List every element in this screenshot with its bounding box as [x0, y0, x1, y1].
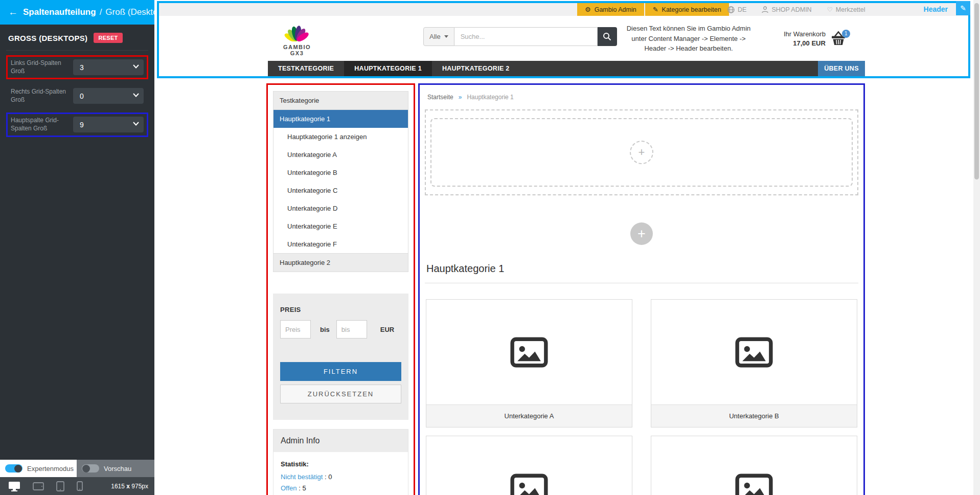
- nav-item-hauptkategorie-1[interactable]: HAUPTKATEGORIE 1: [344, 61, 432, 76]
- header-zone-label: Header: [924, 5, 948, 13]
- preview-toggle[interactable]: [82, 464, 99, 472]
- nav-item-hauptkategorie-2[interactable]: HAUPTKATEGORIE 2: [432, 61, 520, 76]
- back-arrow-icon[interactable]: ←: [8, 7, 18, 18]
- rechts-grid-select[interactable]: 0: [73, 88, 144, 104]
- category-tile[interactable]: [651, 436, 857, 495]
- add-element-button[interactable]: +: [630, 222, 653, 245]
- edit-category-button[interactable]: ✎ Kategorie bearbeiten: [645, 3, 729, 16]
- tablet-portrait-device-icon[interactable]: [56, 481, 64, 491]
- cart-total: 17,00 EUR: [784, 39, 826, 48]
- device-bar: 1615 x 975px: [0, 477, 154, 495]
- viewport-size: 1615 x 975px: [111, 483, 148, 490]
- chevron-down-icon: [133, 122, 139, 126]
- price-heading: PREIS: [280, 306, 401, 313]
- field-label: Rechts Grid-Spalten Groß: [11, 88, 73, 104]
- category-tile[interactable]: [426, 436, 632, 495]
- cart-widget[interactable]: Ihr Warenkorb 17,00 EUR 1: [784, 30, 848, 48]
- breadcrumb-current: Hauptkategorie 1: [467, 94, 513, 101]
- breadcrumb-home[interactable]: Startseite: [427, 94, 453, 101]
- shop-header-section: ⚙ Gambio Admin ✎ Kategorie bearbeiten DE…: [157, 1, 970, 78]
- desktop-device-icon[interactable]: [8, 481, 20, 491]
- category-item[interactable]: Hauptkategorie 2: [274, 253, 408, 272]
- editor-title: Spaltenaufteilung: [23, 7, 96, 17]
- cart-label: Ihr Warenkorb: [784, 30, 826, 39]
- main-nav: TESTKATEGORIE HAUPTKATEGORIE 1 HAUPTKATE…: [268, 61, 818, 76]
- page-title: Hauptkategorie 1: [425, 263, 858, 283]
- currency-label: EUR: [380, 326, 394, 333]
- price-filter: PREIS bis EUR FILTERN ZURÜCKSETZEN: [273, 294, 408, 420]
- shop-logo[interactable]: GAMBIO GX3: [276, 20, 318, 56]
- shop-admin-link[interactable]: SHOP ADMIN: [762, 6, 811, 13]
- field-label: Links Grid-Spalten Groß: [11, 59, 73, 75]
- cart-count-badge: 1: [842, 30, 850, 38]
- tile-label: Unterkategorie A: [426, 404, 632, 427]
- image-placeholder-icon: [735, 474, 773, 495]
- price-from-input[interactable]: [280, 320, 311, 339]
- category-subitem[interactable]: Unterkategorie D: [274, 199, 408, 217]
- category-tile[interactable]: Unterkategorie A: [426, 299, 632, 428]
- admin-info-box: Admin Info Statistik: Nicht bestätigt0 O…: [273, 429, 408, 495]
- category-subitem[interactable]: Hauptkategorie 1 anzeigen: [274, 128, 408, 146]
- stat-link[interactable]: Offen: [281, 484, 297, 492]
- add-content-dashed-button[interactable]: +: [630, 141, 653, 164]
- field-row-rechts-grid: Rechts Grid-Spalten Groß 0: [6, 84, 148, 108]
- category-subitem[interactable]: Unterkategorie F: [274, 235, 408, 253]
- category-subitem[interactable]: Unterkategorie B: [274, 164, 408, 182]
- category-item[interactable]: Testkategorie: [274, 92, 408, 110]
- reset-button[interactable]: RESET: [94, 33, 122, 43]
- gambio-flower-icon: [284, 20, 310, 41]
- editor-title-separator: /: [100, 7, 102, 17]
- preview-box: Vorschau: [77, 460, 154, 477]
- user-icon: [762, 6, 768, 13]
- search-filter-dropdown[interactable]: Alle: [423, 27, 454, 46]
- nav-item-ueber-uns[interactable]: ÜBER UNS: [818, 61, 865, 76]
- price-bis-label: bis: [320, 326, 330, 333]
- links-grid-select[interactable]: 3: [73, 59, 144, 75]
- admin-top-bar: ⚙ Gambio Admin ✎ Kategorie bearbeiten DE…: [159, 3, 968, 16]
- search-input[interactable]: [454, 27, 598, 46]
- tablet-landscape-device-icon[interactable]: [33, 482, 44, 490]
- image-placeholder-icon: [510, 474, 549, 495]
- phone-device-icon[interactable]: [77, 481, 83, 491]
- scrollbar-thumb[interactable]: [974, 3, 979, 179]
- nav-item-testkategorie[interactable]: TESTKATEGORIE: [268, 61, 344, 76]
- category-menu: Testkategorie Hauptkategorie 1 Hauptkate…: [273, 91, 408, 272]
- hauptspalte-grid-select[interactable]: 9: [73, 117, 144, 132]
- category-subitem[interactable]: Unterkategorie E: [274, 217, 408, 235]
- globe-icon: [727, 6, 735, 13]
- field-row-hauptspalte-grid: Hauptspalte Grid-Spalten Groß 9: [6, 112, 148, 137]
- breadcrumb: Startseite » Hauptkategorie 1: [425, 94, 858, 101]
- header-info-text: Diesen Text können Sie im Gambio Admin u…: [612, 24, 765, 54]
- edit-header-button[interactable]: ✎: [956, 1, 970, 15]
- gear-icon: ⚙: [585, 6, 591, 13]
- expert-mode-toggle[interactable]: [5, 464, 22, 472]
- editor-sidebar: ← Spaltenaufteilung / Groß (Desktops) GR…: [0, 0, 154, 495]
- image-placeholder-icon: [510, 337, 549, 368]
- caret-down-icon: [444, 35, 448, 38]
- stat-line: Nicht bestätigt0: [281, 471, 401, 483]
- breadcrumb-separator: »: [459, 94, 462, 101]
- language-menu[interactable]: DE: [727, 6, 746, 13]
- stat-link[interactable]: Nicht bestätigt: [281, 473, 323, 481]
- filter-reset-button[interactable]: ZURÜCKSETZEN: [280, 385, 401, 403]
- search-icon: [603, 32, 611, 41]
- page-scrollbar[interactable]: [973, 0, 980, 495]
- pencil-icon: ✎: [960, 4, 966, 12]
- category-tile-grid: Unterkategorie A Unterkategorie B: [425, 299, 858, 495]
- logo-text: GAMBIO GX3: [276, 44, 318, 56]
- gambio-admin-button[interactable]: ⚙ Gambio Admin: [577, 3, 644, 16]
- filter-button[interactable]: FILTERN: [280, 362, 401, 381]
- content-dropzone[interactable]: +: [430, 118, 853, 187]
- shop-main-column: Startseite » Hauptkategorie 1 + + Hauptk…: [418, 83, 865, 495]
- wishlist-link[interactable]: ♡ Merkzettel: [827, 6, 865, 13]
- price-to-input[interactable]: [336, 320, 367, 339]
- plus-icon: +: [639, 146, 645, 159]
- category-subitem[interactable]: Unterkategorie A: [274, 146, 408, 164]
- expert-mode-label: Expertenmodus: [27, 465, 74, 472]
- app-root: ← Spaltenaufteilung / Groß (Desktops) GR…: [0, 0, 980, 495]
- category-subitem[interactable]: Unterkategorie C: [274, 182, 408, 199]
- category-item-active[interactable]: Hauptkategorie 1: [274, 110, 408, 128]
- stat-line: Offen5: [281, 483, 401, 494]
- category-tile[interactable]: Unterkategorie B: [651, 299, 857, 428]
- editor-title-context: Groß (Desktops): [105, 7, 154, 17]
